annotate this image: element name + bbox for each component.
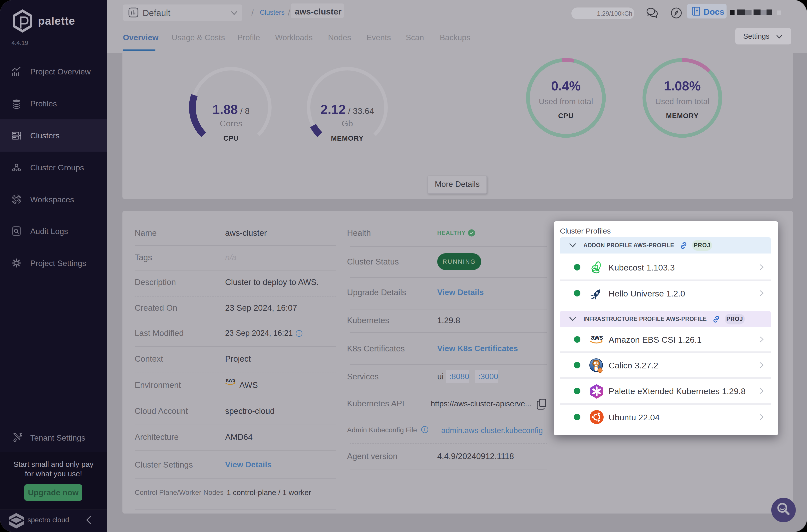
svg-text:aws: aws <box>591 334 603 341</box>
svg-text:aws: aws <box>226 377 236 383</box>
